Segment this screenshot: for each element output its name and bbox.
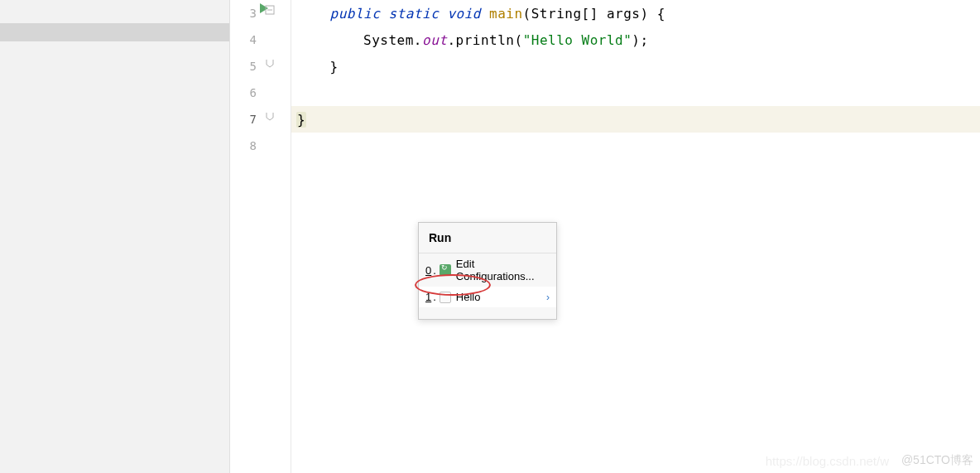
code-line[interactable] — [291, 133, 980, 159]
line-number: 4 — [250, 33, 257, 46]
code-line-current[interactable]: } — [291, 106, 980, 133]
editor[interactable]: public static void main(String[] args) {… — [291, 0, 980, 473]
gutter-line[interactable]: 5 — [230, 53, 263, 80]
popup-item-index: 0 — [425, 264, 431, 277]
line-number: 8 — [250, 139, 257, 152]
fold-end-icon[interactable] — [265, 109, 275, 119]
watermark: https://blog.csdn.net/w — [766, 454, 889, 468]
gutter-line[interactable]: 3 — [230, 0, 263, 27]
code-line[interactable] — [291, 80, 980, 106]
popup-item-edit-configurations[interactable]: 0. Edit Configurations... — [419, 253, 556, 287]
gutter-line[interactable]: 4 — [230, 27, 263, 53]
popup-title: Run — [419, 223, 556, 253]
project-panel[interactable] — [0, 0, 230, 473]
project-selected-row[interactable] — [0, 23, 229, 41]
fold-start-icon[interactable] — [265, 3, 275, 13]
application-icon — [440, 292, 451, 303]
popup-item-index: 1 — [425, 291, 431, 303]
gutter-line[interactable]: 8 — [230, 133, 263, 159]
chevron-right-icon: › — [546, 292, 550, 303]
edit-config-icon — [440, 264, 451, 276]
popup-item-hello[interactable]: 1. Hello › — [419, 287, 556, 307]
gutter: 3 4 5 6 7 8 — [230, 0, 263, 473]
line-number: 6 — [250, 86, 257, 99]
code-line[interactable]: System.out.println("Hello World"); — [291, 27, 980, 53]
line-number: 5 — [250, 60, 257, 73]
code-line[interactable]: } — [291, 53, 980, 80]
run-popup: Run 0. Edit Configurations... 1. Hello › — [418, 222, 557, 320]
fold-column — [263, 0, 291, 473]
line-number: 3 — [250, 7, 257, 20]
gutter-line[interactable]: 7 — [230, 106, 263, 133]
popup-item-label: Edit Configurations... — [456, 258, 550, 282]
watermark: @51CTO博客 — [901, 453, 973, 468]
line-number: 7 — [250, 113, 257, 126]
matched-brace: } — [296, 112, 306, 128]
fold-end-icon[interactable] — [265, 56, 275, 66]
popup-item-label: Hello — [456, 291, 481, 303]
gutter-line[interactable]: 6 — [230, 80, 263, 106]
popup-footer — [419, 307, 556, 319]
code-line[interactable]: public static void main(String[] args) { — [291, 0, 980, 27]
